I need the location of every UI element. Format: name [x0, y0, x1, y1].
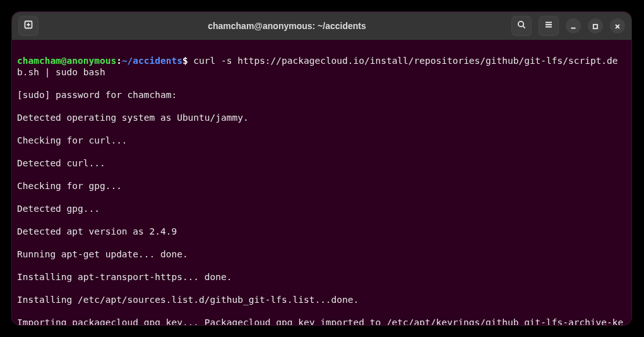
output-line: Checking for gpg... [17, 180, 626, 192]
svg-line-4 [523, 26, 525, 28]
search-icon [516, 20, 527, 32]
output-line: [sudo] password for chamcham: [17, 89, 626, 101]
output-line: Detected gpg... [17, 203, 626, 214]
output-line: Detected curl... [17, 157, 626, 169]
close-button[interactable] [610, 18, 625, 34]
search-button[interactable] [511, 16, 532, 36]
hamburger-icon [544, 20, 554, 32]
output-line: Installing /etc/apt/sources.list.d/githu… [17, 294, 626, 305]
terminal-output-area[interactable]: chamcham@anonymous:~/accidents$ curl -s … [12, 40, 631, 325]
output-line: Checking for curl... [17, 135, 626, 146]
titlebar: chamcham@anonymous: ~/accidents [12, 12, 631, 40]
terminal-window: chamcham@anonymous: ~/accidents [11, 11, 632, 326]
new-tab-icon [23, 20, 33, 32]
prompt-path: ~/accidents [122, 56, 182, 66]
prompt-colon: : [116, 56, 122, 66]
svg-rect-9 [593, 24, 597, 28]
svg-point-3 [518, 21, 523, 27]
output-line: Installing apt-transport-https... done. [17, 271, 626, 283]
output-line: Running apt-get update... done. [17, 248, 626, 260]
output-line: Detected operating system as Ubuntu/jamm… [17, 112, 626, 123]
maximize-icon [592, 20, 599, 32]
output-line: Detected apt version as 2.4.9 [17, 226, 626, 237]
close-icon [614, 20, 621, 32]
minimize-button[interactable] [566, 18, 581, 34]
prompt-dollar: $ [182, 56, 188, 66]
window-title: chamcham@anonymous: ~/accidents [80, 21, 494, 31]
prompt-user-host: chamcham@anonymous [17, 56, 116, 66]
menu-button[interactable] [539, 16, 559, 36]
minimize-icon [570, 20, 576, 32]
output-line: Importing packagecloud gpg key... Packag… [17, 317, 626, 325]
prompt-line-1: chamcham@anonymous:~/accidents$ curl -s … [17, 55, 626, 78]
new-tab-button[interactable] [18, 16, 39, 36]
maximize-button[interactable] [588, 18, 603, 34]
